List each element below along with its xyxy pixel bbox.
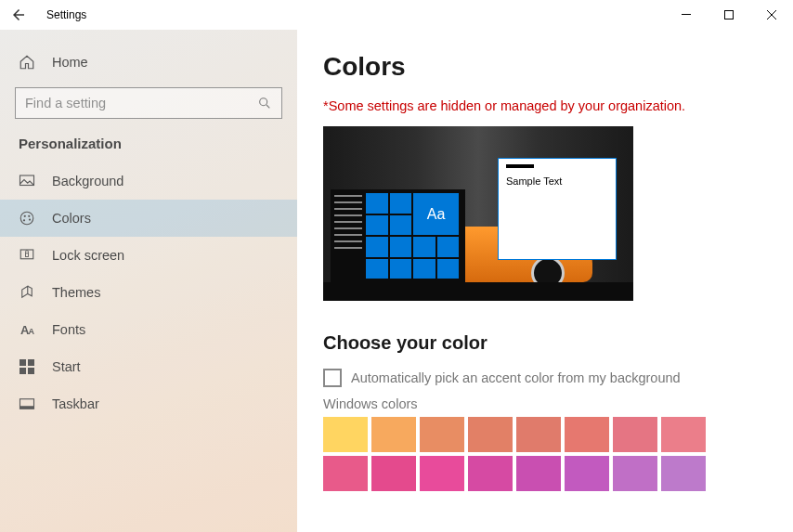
maximize-icon (724, 10, 734, 19)
svg-point-5 (20, 212, 33, 225)
color-swatch[interactable] (420, 456, 464, 491)
auto-accent-label: Automatically pick an accent color from … (351, 370, 681, 385)
fonts-icon: AA (19, 321, 35, 338)
back-button[interactable] (7, 4, 30, 26)
color-swatch[interactable] (468, 417, 513, 452)
minimize-button[interactable] (665, 0, 708, 30)
svg-rect-1 (725, 11, 734, 19)
home-icon (19, 54, 35, 71)
background-icon (19, 173, 35, 189)
sidebar-item-label: Taskbar (52, 396, 99, 411)
color-swatch[interactable] (613, 456, 657, 491)
search-icon (257, 96, 272, 110)
auto-accent-row[interactable]: Automatically pick an accent color from … (323, 369, 767, 387)
svg-rect-0 (682, 14, 691, 15)
color-swatch[interactable] (661, 417, 706, 452)
color-swatch[interactable] (613, 417, 657, 452)
page-title: Colors (323, 52, 767, 82)
svg-point-8 (29, 218, 31, 220)
themes-icon (19, 284, 35, 301)
sidebar-item-themes[interactable]: Themes (0, 274, 297, 311)
sidebar-item-label: Lock screen (52, 248, 124, 263)
color-swatches (323, 417, 767, 491)
sidebar-item-label: Themes (52, 285, 100, 300)
auto-accent-checkbox[interactable] (323, 369, 342, 387)
sidebar-item-label: Colors (52, 211, 91, 226)
close-icon (767, 10, 776, 19)
svg-rect-13 (28, 359, 34, 366)
sidebar-item-start[interactable]: Start (0, 348, 297, 385)
color-swatch[interactable] (323, 456, 368, 491)
home-nav[interactable]: Home (0, 46, 297, 78)
sidebar-item-fonts[interactable]: AA Fonts (0, 311, 297, 348)
svg-rect-15 (28, 368, 34, 374)
svg-point-9 (23, 219, 25, 221)
sidebar-item-background[interactable]: Background (0, 162, 297, 200)
window-controls (665, 0, 793, 30)
color-swatch[interactable] (661, 456, 706, 491)
color-swatch[interactable] (468, 456, 513, 491)
colors-icon (19, 210, 35, 227)
color-swatch[interactable] (516, 417, 561, 452)
svg-rect-10 (20, 250, 33, 259)
org-warning: *Some settings are hidden or managed by … (323, 98, 767, 113)
search-input[interactable] (25, 96, 257, 110)
theme-preview: Aa Sample Text (323, 126, 633, 301)
windows-colors-label: Windows colors (323, 396, 767, 411)
minimize-icon (682, 10, 691, 19)
svg-rect-14 (20, 368, 26, 374)
window-title: Settings (46, 8, 86, 21)
taskbar-icon (19, 396, 35, 412)
color-swatch[interactable] (565, 456, 609, 491)
svg-rect-12 (20, 359, 26, 366)
preview-taskbar (323, 282, 633, 301)
preview-start-menu: Aa (331, 189, 465, 282)
preview-sample-text: Sample Text (506, 175, 562, 187)
color-swatch[interactable] (420, 417, 464, 452)
main-content: Colors *Some settings are hidden or mana… (297, 30, 793, 532)
lock-screen-icon (19, 247, 35, 264)
sidebar: Home Personalization Background Colors L… (0, 30, 297, 532)
search-box[interactable] (15, 87, 282, 119)
back-arrow-icon (10, 6, 27, 23)
titlebar: Settings (0, 0, 793, 30)
sidebar-item-taskbar[interactable]: Taskbar (0, 385, 297, 422)
svg-rect-17 (20, 406, 34, 409)
close-button[interactable] (750, 0, 793, 30)
sidebar-item-label: Start (52, 359, 81, 374)
svg-point-6 (24, 215, 26, 217)
preview-tile-aa: Aa (413, 193, 459, 235)
sidebar-item-label: Background (52, 174, 124, 188)
sidebar-item-lock-screen[interactable]: Lock screen (0, 237, 297, 274)
color-swatch[interactable] (565, 417, 609, 452)
svg-rect-11 (26, 253, 29, 257)
start-icon (19, 358, 35, 375)
color-swatch[interactable] (323, 417, 368, 452)
maximize-button[interactable] (708, 0, 750, 30)
preview-window: Sample Text (498, 158, 617, 260)
sidebar-item-label: Fonts (52, 322, 85, 337)
color-swatch[interactable] (371, 417, 416, 452)
svg-point-2 (260, 98, 267, 106)
section-title: Personalization (0, 136, 297, 162)
color-swatch[interactable] (371, 456, 416, 491)
color-swatch[interactable] (516, 456, 561, 491)
svg-point-7 (28, 215, 30, 217)
sidebar-item-colors[interactable]: Colors (0, 200, 297, 237)
settings-window: Settings Home Personalization Background (0, 0, 793, 532)
choose-color-title: Choose your color (323, 332, 767, 354)
svg-line-3 (266, 105, 269, 108)
home-label: Home (52, 55, 88, 70)
